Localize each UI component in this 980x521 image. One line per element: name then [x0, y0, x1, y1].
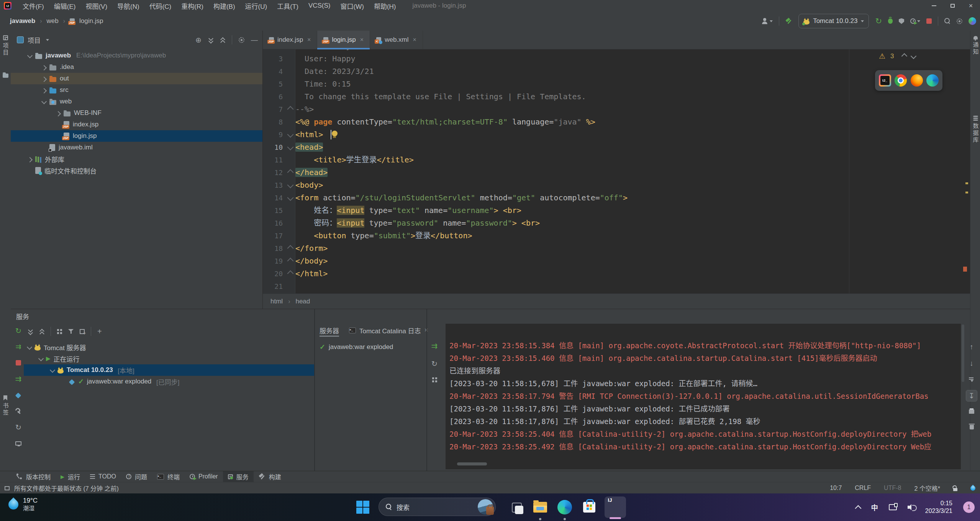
- scroll-to-end-icon[interactable]: ↧: [966, 390, 977, 401]
- code-line[interactable]: 密码：<input type="password" name="password…: [295, 217, 540, 229]
- history-icon[interactable]: [430, 375, 439, 384]
- tree-row-src[interactable]: src: [11, 84, 262, 96]
- menu-item-V[interactable]: 视图(V): [80, 0, 112, 11]
- tree-row-index.jsp[interactable]: index.jsp: [11, 119, 262, 130]
- caret-position[interactable]: 10:7: [830, 485, 842, 492]
- tool-stripe-bookmarks[interactable]: 书签: [0, 395, 11, 416]
- tool-stripe-project[interactable]: 项目: [0, 35, 11, 56]
- services-row-Tomcat 服务器[interactable]: Tomcat 服务器: [24, 341, 314, 353]
- code-line[interactable]: 姓名：<input type="text" name="username"> <…: [295, 204, 521, 217]
- weather-widget[interactable]: 19°C 潮湿: [8, 497, 38, 512]
- panel-settings-gear-icon[interactable]: [239, 37, 244, 43]
- add-service-icon[interactable]: +: [97, 327, 102, 336]
- refresh-icon[interactable]: ↻: [14, 423, 23, 432]
- volume-icon[interactable]: [908, 504, 914, 510]
- breadcrumb-html[interactable]: html: [270, 298, 283, 305]
- editor-tab-login.jsp[interactable]: login.jsp×: [317, 31, 370, 49]
- code-line[interactable]: Date: 2023/3/21: [295, 65, 374, 78]
- chrome-icon[interactable]: [895, 74, 907, 87]
- code-line[interactable]: Time: 0:15: [295, 78, 351, 90]
- locate-icon[interactable]: ⊕: [195, 36, 202, 44]
- menu-item-U[interactable]: 运行(U): [240, 0, 272, 11]
- line-ending[interactable]: CRLF: [855, 485, 871, 492]
- code-line[interactable]: <html>: [295, 128, 323, 141]
- taskbar-clock[interactable]: 0:15 2023/3/21: [925, 500, 952, 515]
- expand-all-icon[interactable]: [28, 328, 33, 334]
- scroll-up-icon[interactable]: ↑: [966, 342, 977, 352]
- stop-icon[interactable]: [926, 18, 932, 24]
- warning-stripe-mark[interactable]: [965, 182, 968, 184]
- chevron-closed-icon[interactable]: [41, 65, 47, 70]
- chevron-closed-icon[interactable]: [56, 111, 61, 116]
- print-icon[interactable]: [966, 406, 977, 416]
- menu-item-R[interactable]: 重构(R): [176, 0, 208, 11]
- tool-window-button-TODO[interactable]: TODO: [85, 471, 121, 482]
- stop-icon[interactable]: [14, 358, 23, 367]
- deploy-icon[interactable]: ⇉: [430, 341, 439, 351]
- menu-item-E[interactable]: 编辑(E): [49, 0, 81, 11]
- search-highlight-image[interactable]: [478, 499, 493, 514]
- chevron-closed-icon[interactable]: [27, 157, 33, 162]
- deployment-status-row[interactable]: ✓ javaweb:war exploded: [320, 343, 393, 351]
- code-line[interactable]: <title>学生登录</title>: [295, 154, 414, 166]
- tool-window-button-运行[interactable]: ▶运行: [56, 471, 85, 482]
- soft-wrap-icon[interactable]: [966, 374, 977, 385]
- file-explorer-button[interactable]: [531, 498, 549, 516]
- filter-icon[interactable]: [68, 329, 74, 334]
- tree-row-WEB-INF[interactable]: WEB-INF: [11, 107, 262, 119]
- code-line[interactable]: </head>: [295, 166, 328, 179]
- tab-catalina-log[interactable]: Tomcat Catalina 日志 ×: [349, 324, 428, 336]
- collapse-all-icon[interactable]: [39, 328, 44, 334]
- chevron-open-icon[interactable]: [50, 367, 55, 373]
- group-by-icon[interactable]: [57, 329, 62, 334]
- hide-panel-icon[interactable]: —: [251, 36, 258, 44]
- task-view-button[interactable]: [506, 498, 525, 516]
- code-editor[interactable]: 2 Created by IntelliJ IDEA.3 User: Happy…: [263, 49, 970, 293]
- menu-item-T[interactable]: 工具(T): [272, 0, 303, 11]
- clear-log-icon[interactable]: [966, 421, 977, 432]
- code-line[interactable]: --%>: [295, 103, 314, 116]
- breadcrumb-project[interactable]: javaweb: [10, 17, 35, 25]
- run-configuration-selector[interactable]: Tomcat 10.0.23: [798, 14, 869, 28]
- warning-stripe-mark[interactable]: [965, 192, 968, 193]
- edge-icon[interactable]: [926, 74, 939, 87]
- code-line[interactable]: <body>: [295, 179, 323, 192]
- tool-stripe-folder[interactable]: [0, 72, 11, 78]
- tool-window-button-服务[interactable]: 服务: [223, 471, 254, 482]
- start-button[interactable]: [356, 501, 369, 514]
- tool-window-button-版本控制[interactable]: 版本控制: [11, 471, 56, 482]
- code-line[interactable]: </html>: [295, 267, 328, 280]
- user-menu[interactable]: [762, 18, 773, 24]
- readonly-lock-icon[interactable]: [953, 488, 957, 491]
- tool-window-button-终端[interactable]: 终端: [152, 471, 185, 482]
- maximize-button[interactable]: [943, 0, 962, 11]
- panel-divider[interactable]: [314, 309, 315, 471]
- tree-row-login.jsp[interactable]: login.jsp: [11, 130, 262, 142]
- intention-bulb-icon[interactable]: [332, 131, 338, 136]
- project-panel-title[interactable]: 项目: [28, 35, 41, 45]
- code-line[interactable]: Created by IntelliJ IDEA.: [295, 49, 420, 52]
- status-message[interactable]: 所有文件都处于最新状态 (7 分钟 之前): [14, 483, 119, 493]
- menu-item-C[interactable]: 代码(C): [144, 0, 177, 11]
- network-icon[interactable]: [889, 504, 897, 510]
- rerun-icon[interactable]: ↻: [14, 326, 23, 335]
- gradient-ball-icon[interactable]: [969, 17, 976, 25]
- collapse-all-icon[interactable]: [220, 37, 225, 43]
- horizontal-scrollbar[interactable]: [457, 462, 487, 465]
- code-line[interactable]: To change this template use File | Setti…: [295, 90, 586, 103]
- close-tab-icon[interactable]: ×: [307, 36, 311, 43]
- taskbar-search[interactable]: 搜索: [379, 498, 496, 516]
- close-tab-icon[interactable]: ×: [413, 36, 416, 43]
- intellij-idea-button[interactable]: [605, 496, 626, 518]
- services-icon[interactable]: [14, 390, 23, 400]
- services-row-正在运行[interactable]: ▶正在运行: [24, 353, 314, 364]
- editor-tab-index.jsp[interactable]: index.jsp×: [263, 31, 317, 49]
- breadcrumb-head[interactable]: head: [295, 298, 310, 305]
- tool-stripe-database[interactable]: 数据库: [970, 116, 980, 144]
- tree-row-web[interactable]: web: [11, 96, 262, 107]
- tool-window-button-问题[interactable]: 问题: [121, 471, 152, 482]
- edge-button[interactable]: [556, 498, 574, 516]
- code-line[interactable]: <form action="/stu/loginStudentServlet" …: [295, 192, 628, 204]
- menu-item-H[interactable]: 帮助(H): [369, 0, 401, 11]
- wrench-icon[interactable]: [14, 406, 23, 416]
